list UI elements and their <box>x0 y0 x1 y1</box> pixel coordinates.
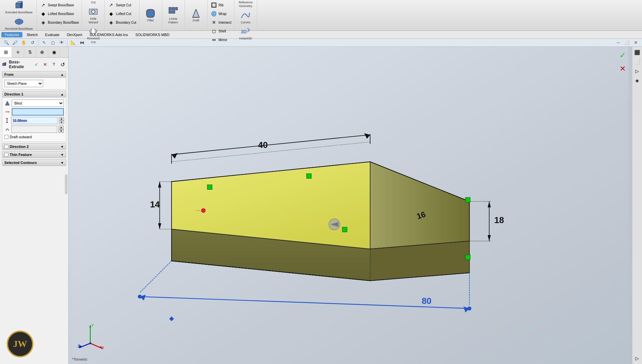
direction1-type-dropdown[interactable]: Blind Through All Through All-Both Up To… <box>12 100 64 107</box>
zoom-area-button[interactable]: 🔎 <box>11 39 19 46</box>
viewport-cancel-button[interactable]: ✕ <box>617 63 629 75</box>
boundary-cut-button[interactable]: ◈ Boundary Cut <box>106 18 137 27</box>
depth-row: ▲ ▼ <box>4 117 64 124</box>
reference-geometry-button[interactable]: ReferenceGeometry <box>236 0 255 9</box>
direction2-label: Direction 2 <box>10 145 29 149</box>
thin-feature-enable[interactable] <box>4 153 8 157</box>
window-restore[interactable]: ⬜ <box>623 39 631 46</box>
extra-input[interactable] <box>11 126 57 133</box>
mirror-label: Mirror <box>219 38 227 42</box>
shell-button[interactable]: ◻ Shell <box>209 27 233 35</box>
boundary-boss-button[interactable]: ◈ Boundary Boss/Base <box>38 18 80 27</box>
wrap-button[interactable]: 🌀 Wrap <box>209 9 233 18</box>
view-top[interactable]: ⬜ <box>633 57 642 66</box>
scrollbar[interactable] <box>65 174 68 194</box>
extruded-boss-button[interactable]: Extruded Boss/Base <box>4 0 34 15</box>
help-button[interactable]: ? <box>50 61 58 68</box>
svg-rect-14 <box>169 7 172 10</box>
menu-sketch[interactable]: Sketch <box>23 32 41 37</box>
panel-tab-add[interactable]: ⊕ <box>36 47 48 57</box>
section-view-button[interactable]: ⧓ <box>78 39 86 46</box>
zoom-fit-button[interactable]: 🔍 <box>3 39 10 46</box>
draft-group: Draft <box>185 0 208 30</box>
curves-label: Curves <box>241 21 250 24</box>
cut-group: ExtrudedCut HoleWizard RevolvedCut <box>82 0 105 30</box>
intersect-button[interactable]: ✕ Intersect <box>209 18 233 27</box>
direction1-input[interactable] <box>12 108 64 116</box>
svg-text:18: 18 <box>494 215 504 225</box>
window-minimize[interactable]: ─ <box>615 39 622 46</box>
instant3d-button[interactable]: 3D Instant3D <box>236 25 255 41</box>
curves-button[interactable]: Curves <box>236 9 255 25</box>
revolved-boss-button[interactable]: Revolved Boss/Base <box>3 15 34 32</box>
hole-wizard-button[interactable]: HoleWizard <box>84 5 102 25</box>
mirror-button[interactable]: ⇔ Mirror <box>209 35 233 44</box>
depth-value-input[interactable] <box>11 117 58 124</box>
swept-boss-button[interactable]: ↗ Swept Boss/Base <box>38 1 80 9</box>
boundary-boss-icon: ◈ <box>39 19 47 26</box>
draft-outward-checkbox[interactable] <box>4 135 8 139</box>
svg-point-3 <box>15 19 23 24</box>
view-right[interactable]: ▷ <box>633 67 642 75</box>
display-style-button[interactable]: ◻ <box>49 39 57 46</box>
cycle-button[interactable]: ↺ <box>59 61 66 68</box>
svg-point-77 <box>467 307 471 311</box>
right-toolbar: ⬛ ⬜ ▷ ◈ ▷ <box>632 47 642 364</box>
lofted-boss-label: Lofted Boss/Base <box>48 12 74 16</box>
window-close[interactable]: ✕ <box>632 39 639 46</box>
rib-button[interactable]: 🔲 Rib <box>209 1 233 9</box>
extra-increment[interactable]: ▲ <box>59 126 64 129</box>
menu-evaluate[interactable]: Evaluate <box>42 32 63 37</box>
view-front[interactable]: ⬛ <box>633 48 642 57</box>
draft-button[interactable]: Draft <box>187 7 205 23</box>
viewport[interactable]: 40 14 18 16 80 <box>69 47 632 364</box>
direction2-section-header[interactable]: Direction 2 ▼ <box>2 143 66 150</box>
extruded-boss-icon <box>14 0 24 11</box>
curves-icon <box>240 10 251 21</box>
panel-tab-circle[interactable]: ◉ <box>48 47 60 57</box>
lofted-cut-button[interactable]: ◆ Lofted Cut <box>106 9 137 18</box>
lofted-boss-button[interactable]: ◆ Lofted Boss/Base <box>38 9 80 18</box>
ok-button[interactable]: ✓ <box>33 61 40 68</box>
depth-increment[interactable]: ▲ <box>59 117 64 121</box>
depth-decrement[interactable]: ▼ <box>59 121 64 124</box>
direction2-enable[interactable] <box>4 145 8 149</box>
direction1-toggle: ▲ <box>61 93 64 96</box>
extra-decrement[interactable]: ▼ <box>59 129 64 133</box>
linear-pattern-button[interactable]: LinearPattern <box>164 5 183 25</box>
panel-tab-tree[interactable]: ⊞ <box>0 47 12 57</box>
menu-dimxpert[interactable]: DimXpert <box>64 32 86 37</box>
wrap-icon: 🌀 <box>210 10 218 17</box>
panel-tab-move[interactable]: ⇅ <box>24 47 36 57</box>
hide-show-button[interactable]: 👁 <box>58 39 65 46</box>
view-iso[interactable]: ◈ <box>633 76 642 85</box>
fillet-button[interactable]: Fillet <box>141 7 160 23</box>
swept-cut-button[interactable]: ↗ Swept Cut <box>106 1 137 9</box>
thin-feature-section-header[interactable]: Thin Feature ▼ <box>2 151 66 158</box>
from-section-header[interactable]: From ▲ <box>2 71 66 78</box>
svg-rect-80 <box>307 174 311 178</box>
pan-button[interactable]: ✋ <box>20 39 27 46</box>
svg-marker-31 <box>5 101 9 105</box>
rotate-button[interactable]: ↺ <box>29 39 36 46</box>
viewport-ok-button[interactable]: ✓ <box>617 49 629 61</box>
menu-addins[interactable]: SOLIDWORKS Add-Ins <box>86 32 131 37</box>
from-dropdown[interactable]: Sketch Plane Surface/Face/Plane Vertex O… <box>4 80 43 87</box>
extra-icon <box>4 126 10 132</box>
intersect-icon: ✕ <box>210 19 218 26</box>
extruded-cut-button[interactable]: ExtrudedCut <box>84 0 102 5</box>
panel-tab-list[interactable]: ≡ <box>12 47 24 57</box>
direction1-type-row: Blind Through All Through All-Both Up To… <box>4 100 64 107</box>
menu-mbd[interactable]: SOLIDWORKS MBD <box>132 32 173 37</box>
svg-rect-83 <box>465 255 470 259</box>
from-label: From <box>4 72 14 76</box>
rt-collapse[interactable]: ▷ <box>633 354 642 363</box>
select-button[interactable]: ↖ <box>40 39 48 46</box>
selected-contours-section-header[interactable]: Selected Contours ▼ <box>2 159 66 166</box>
menu-features[interactable]: Features <box>1 32 22 37</box>
direction1-section-header[interactable]: Direction 1 ▲ <box>2 91 66 98</box>
extra-field-row: ▲ ▼ <box>4 126 64 133</box>
view-orient-button[interactable]: 📐 <box>70 39 77 46</box>
cancel-button[interactable]: ✕ <box>41 61 49 68</box>
direction1-type-icon <box>4 100 10 106</box>
